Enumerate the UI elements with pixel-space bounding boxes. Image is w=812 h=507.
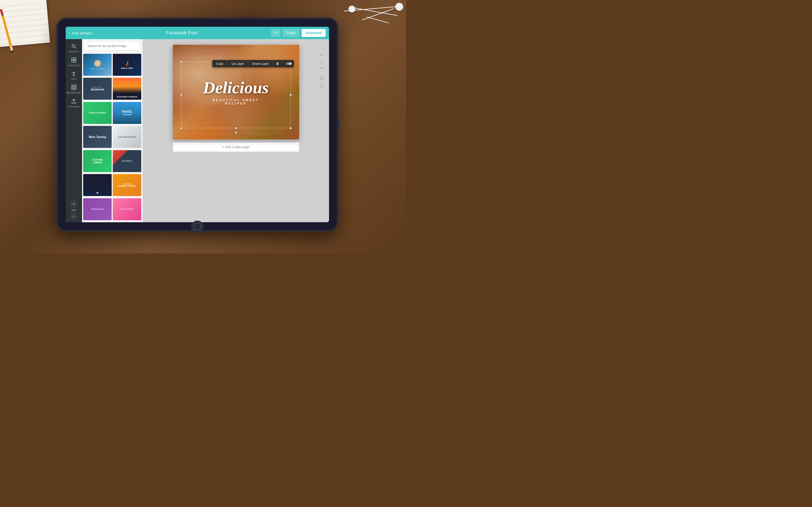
down-layer-button[interactable]: Down Layer <box>248 60 273 67</box>
download-button[interactable]: Download <box>302 29 326 37</box>
page-title: Facebook Post <box>166 31 198 36</box>
clean-label: CLEAN& <box>92 158 103 161</box>
ipad-side-button[interactable] <box>338 119 339 130</box>
handle-middle-left[interactable] <box>180 94 183 96</box>
delete-right-button[interactable] <box>318 83 325 91</box>
earphone-wire4 <box>367 17 389 23</box>
ipad-home-button[interactable] <box>191 221 204 233</box>
traditional-label: TRADITIONAL <box>91 208 104 210</box>
search-bar-container <box>82 39 142 53</box>
svg-rect-4 <box>71 60 73 62</box>
search-tool-label: SEARCH <box>69 50 79 53</box>
context-menu: Copy Up Layer Down Layer 🗑 <box>212 60 294 67</box>
sidebar-tools: SEARCH LAYOUTS T TEXT <box>66 39 82 222</box>
wine-tasting-label: Wine Tasting <box>89 135 106 138</box>
ipad-screen: ‹ Your designs Facebook Post ↩ Share Dow… <box>66 27 329 222</box>
template-wine-tasting[interactable]: Wine Tasting <box>83 126 112 148</box>
background-icon <box>71 85 77 91</box>
handle-top-left[interactable] <box>180 61 183 63</box>
app-header: ‹ Your designs Facebook Post ↩ Share Dow… <box>66 27 329 39</box>
template-focal-piece[interactable]: FOCAL PIECE <box>113 198 141 220</box>
right-tools: 1 <box>317 49 326 93</box>
focal-piece-label: FOCAL PIECE <box>120 208 133 210</box>
layouts-icon <box>71 57 77 63</box>
design-canvas[interactable]: Delicious BEAUTIFUL SWEET RECIPES Copy U… <box>173 45 299 139</box>
tool-uploads[interactable]: UPLOADS <box>66 96 82 110</box>
ipad-camera <box>197 20 198 22</box>
zoom-in-button[interactable]: + <box>70 200 78 208</box>
canvas-wrapper: Delicious BEAUTIFUL SWEET RECIPES Copy U… <box>173 45 299 152</box>
layer-down-button[interactable] <box>318 64 325 72</box>
delete-icon[interactable]: 🗑 <box>273 60 283 67</box>
tool-layouts[interactable]: LAYOUTS <box>66 55 82 69</box>
zoom-out-button[interactable]: − <box>70 213 78 220</box>
green-label: GREEN <box>92 161 103 164</box>
earphone-left <box>349 6 355 12</box>
ipad-frame: ‹ Your designs Facebook Post ↩ Share Dow… <box>56 17 338 231</box>
back-button[interactable]: ‹ Your designs <box>69 31 93 35</box>
uploads-tool-label: UPLOADS <box>68 105 80 108</box>
handle-bottom-middle[interactable] <box>235 127 237 129</box>
svg-rect-3 <box>74 58 76 60</box>
win-trip-label: WIN A TRIP <box>121 67 133 69</box>
app-body: SEARCH LAYOUTS T TEXT <box>66 39 329 222</box>
lilypad-flower <box>94 60 101 67</box>
ostella-label: OSTELLA BISTRO <box>89 112 106 114</box>
layer-up-button[interactable] <box>318 52 325 59</box>
template-cascade[interactable]: CASCADE EATERY <box>113 126 141 148</box>
template-city[interactable]: 🏙 <box>83 174 112 196</box>
template-australian-outback[interactable]: Australian Outback <box>113 78 141 100</box>
svg-rect-14 <box>320 76 323 79</box>
opacity-control[interactable] <box>283 61 294 66</box>
business-label: BUSINESS <box>122 160 132 162</box>
template-travel-thailand[interactable]: TRAVEL Thailand <box>113 102 141 124</box>
thailand-label: Thailand <box>121 113 133 116</box>
svg-rect-5 <box>74 60 76 62</box>
zoom-level-display: 50% <box>71 209 77 212</box>
template-panel: THE LILYPAD WIN A TRIP PROJECT BEDROOM <box>82 39 143 222</box>
opacity-bar <box>285 62 292 65</box>
template-win-trip[interactable]: WIN A TRIP <box>113 54 141 76</box>
up-layer-button[interactable]: Up Layer <box>227 60 248 67</box>
template-business[interactable]: BUSINESS <box>113 150 141 172</box>
layouts-tool-label: LAYOUTS <box>68 64 80 67</box>
handle-middle-right[interactable] <box>290 94 292 96</box>
back-label: Your designs <box>71 31 93 35</box>
tool-text[interactable]: T TEXT <box>66 69 82 82</box>
rotate-handle[interactable] <box>235 131 237 134</box>
template-grid: THE LILYPAD WIN A TRIP PROJECT BEDROOM <box>82 53 142 222</box>
template-project-bedroom[interactable]: PROJECT BEDROOM <box>83 78 112 100</box>
duplicate-button[interactable] <box>318 75 325 82</box>
background-tool-label: BKGROUND <box>67 92 81 94</box>
chevron-left-icon: ‹ <box>69 31 70 35</box>
zoom-controls: + 50% − <box>70 198 78 222</box>
notebook-decoration <box>0 0 50 47</box>
lilypad-label: THE LILYPAD <box>90 68 105 70</box>
add-page-button[interactable]: + Add a new page <box>173 142 299 152</box>
text-icon: T <box>72 71 76 77</box>
tool-search[interactable]: SEARCH <box>66 41 82 55</box>
humble-honey-label: HUMBLE HONEY <box>118 185 136 187</box>
australian-outback-label: Australian Outback <box>117 96 137 98</box>
template-clean-green[interactable]: CLEAN& GREEN <box>83 150 112 172</box>
svg-line-1 <box>75 47 76 48</box>
template-ostella-bistro[interactable]: OSTELLA BISTRO <box>83 102 112 124</box>
travel-label: TRAVEL <box>121 110 133 113</box>
search-input[interactable] <box>84 41 140 50</box>
tool-background[interactable]: BKGROUND <box>66 82 82 96</box>
template-lilypad[interactable]: THE LILYPAD <box>83 54 112 76</box>
template-traditional[interactable]: TRADITIONAL <box>83 198 112 220</box>
svg-rect-2 <box>71 58 73 60</box>
handle-bottom-left[interactable] <box>180 127 183 129</box>
canvas-text-content: Delicious BEAUTIFUL SWEET RECIPES <box>203 79 269 105</box>
add-page-label: + Add a new page <box>222 145 249 149</box>
subtitle-text: BEAUTIFUL SWEET RECIPES <box>203 98 269 105</box>
header-actions: ↩ Share Download <box>271 29 326 37</box>
copy-button[interactable]: Copy <box>212 60 228 67</box>
undo-button[interactable]: ↩ <box>271 29 280 37</box>
bedroom-label: BEDROOM <box>91 88 104 91</box>
share-button[interactable]: Share <box>283 29 299 37</box>
template-humble-honey[interactable]: Introducing HUMBLE HONEY <box>113 174 141 196</box>
handle-bottom-right[interactable] <box>290 127 292 129</box>
delicious-text: Delicious <box>203 79 269 96</box>
